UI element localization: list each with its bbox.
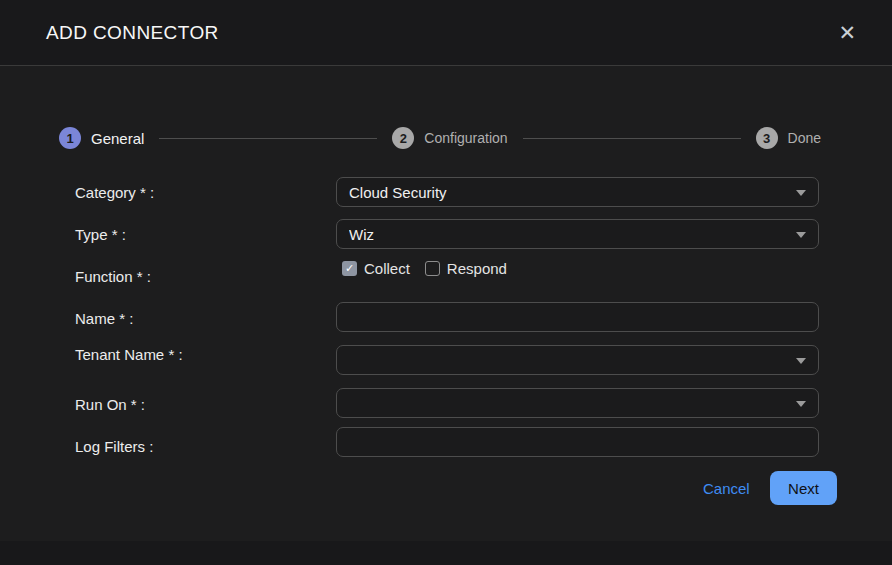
function-label: Function * : bbox=[75, 268, 151, 285]
respond-checkbox[interactable]: Respond bbox=[425, 260, 507, 277]
close-icon[interactable]: ✕ bbox=[836, 20, 858, 45]
step-configuration[interactable]: 2 Configuration bbox=[392, 127, 507, 149]
respond-checkbox-label: Respond bbox=[447, 260, 507, 277]
chevron-down-icon bbox=[796, 401, 806, 407]
step-done[interactable]: 3 Done bbox=[756, 127, 821, 149]
stepper-connector-line bbox=[159, 138, 377, 139]
name-input[interactable] bbox=[336, 302, 819, 332]
name-label: Name * : bbox=[75, 310, 133, 327]
category-select[interactable]: Cloud Security bbox=[336, 177, 819, 207]
log-filters-label: Log Filters : bbox=[75, 438, 153, 455]
step-general[interactable]: 1 General bbox=[59, 127, 144, 149]
collect-checkbox[interactable]: ✓ Collect bbox=[342, 260, 410, 277]
type-select[interactable]: Wiz bbox=[336, 219, 819, 249]
function-options: ✓ Collect Respond bbox=[342, 260, 507, 277]
step-number-badge: 3 bbox=[756, 127, 778, 149]
cancel-button[interactable]: Cancel bbox=[703, 480, 750, 497]
tenant-name-select[interactable] bbox=[336, 345, 819, 375]
chevron-down-icon bbox=[796, 190, 806, 196]
collect-checkbox-label: Collect bbox=[364, 260, 410, 277]
checkbox-unchecked-icon bbox=[425, 261, 440, 276]
dialog-title: ADD CONNECTOR bbox=[46, 22, 219, 44]
stepper-connector-line bbox=[523, 138, 741, 139]
category-label: Category * : bbox=[75, 184, 154, 201]
step-label: Configuration bbox=[424, 130, 507, 146]
dialog-footer-strip bbox=[0, 541, 892, 565]
step-number-badge: 1 bbox=[59, 127, 81, 149]
step-label: Done bbox=[788, 130, 821, 146]
add-connector-dialog: ADD CONNECTOR ✕ 1 General 2 Configuratio… bbox=[0, 0, 892, 565]
log-filters-input[interactable] bbox=[336, 427, 819, 457]
dialog-header: ADD CONNECTOR ✕ bbox=[0, 0, 892, 66]
next-button[interactable]: Next bbox=[770, 471, 837, 505]
run-on-select[interactable] bbox=[336, 388, 819, 418]
chevron-down-icon bbox=[796, 358, 806, 364]
chevron-down-icon bbox=[796, 232, 806, 238]
wizard-stepper: 1 General 2 Configuration 3 Done bbox=[59, 127, 821, 149]
step-label: General bbox=[91, 130, 144, 147]
step-number-badge: 2 bbox=[392, 127, 414, 149]
type-selected-value: Wiz bbox=[349, 226, 374, 243]
tenant-name-label: Tenant Name * : bbox=[75, 346, 183, 363]
category-selected-value: Cloud Security bbox=[349, 184, 447, 201]
run-on-label: Run On * : bbox=[75, 396, 145, 413]
checkbox-checked-icon: ✓ bbox=[342, 261, 357, 276]
type-label: Type * : bbox=[75, 226, 126, 243]
